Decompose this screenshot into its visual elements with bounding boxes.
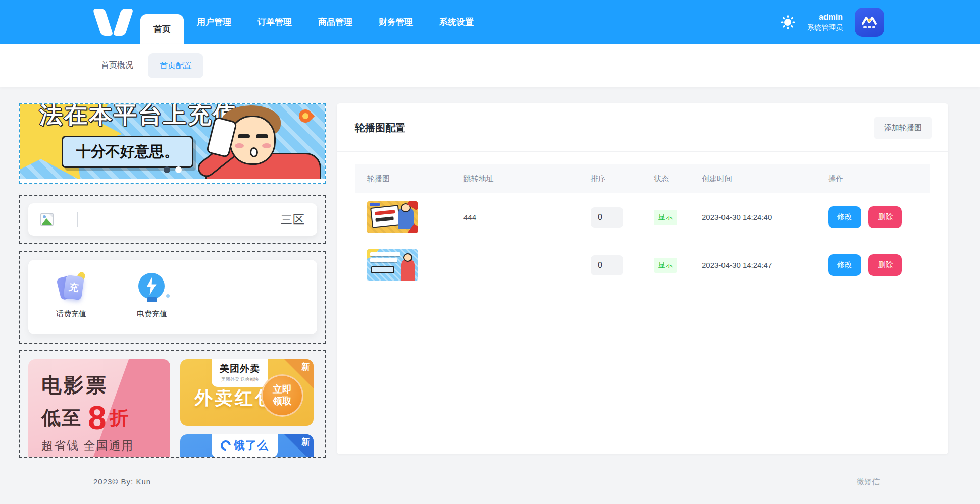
carousel-dots xyxy=(20,166,325,173)
delete-button[interactable]: 删除 xyxy=(868,254,902,276)
carousel-dot[interactable] xyxy=(175,166,182,173)
edit-button[interactable]: 修改 xyxy=(828,206,861,228)
movie-subtitle: 超省钱 全国通用 xyxy=(41,438,170,454)
delete-button[interactable]: 删除 xyxy=(868,206,902,228)
promo-meituan-card[interactable]: 新 美团外卖 美团外卖 送啥都快 外卖红包 立即 领取 xyxy=(180,359,314,426)
banner-headline: 法在本平台上充值 xyxy=(39,104,237,131)
carousel-thumbnail[interactable] xyxy=(367,201,418,233)
add-carousel-button[interactable]: 添加轮播图 xyxy=(874,117,932,139)
logo-shape xyxy=(113,9,134,36)
eleme-brand-tab: 饿了么 xyxy=(212,434,278,458)
subnav-home-overview[interactable]: 首页概况 xyxy=(101,60,133,71)
tab-settings[interactable]: 系统设置 xyxy=(439,16,474,28)
preview-icons-section[interactable]: 充 话费充值 电费充值 xyxy=(19,251,326,344)
tab-orders[interactable]: 订单管理 xyxy=(257,16,292,28)
quick-icon-label: 电费充值 xyxy=(137,309,167,319)
panel-title: 轮播图配置 xyxy=(355,121,405,135)
footer-copyright: 2023© By: Kun xyxy=(93,477,151,486)
carousel-thumbnail[interactable] xyxy=(367,249,418,281)
main-nav: 首页 用户管理 订单管理 商品管理 财务管理 系统设置 xyxy=(140,0,474,44)
electricity-recharge-icon xyxy=(137,272,167,303)
carousel-config-panel: 轮播图配置 添加轮播图 轮播图 跳转地址 排序 状态 创建时间 操作 444 xyxy=(337,103,948,454)
avatar[interactable] xyxy=(855,8,884,37)
quick-icon-label: 话费充值 xyxy=(56,309,86,319)
promo-eleme-card[interactable]: 新 饿了么 xyxy=(180,434,314,458)
username: admin xyxy=(807,12,843,23)
new-badge: 新 xyxy=(301,361,310,373)
tab-users[interactable]: 用户管理 xyxy=(197,16,231,28)
sub-navbar: 首页概况 首页配置 xyxy=(0,44,980,87)
carousel-dot-active[interactable] xyxy=(164,166,170,173)
user-role: 系统管理员 xyxy=(807,23,843,32)
tab-finance[interactable]: 财务管理 xyxy=(379,16,413,28)
subnav-home-config[interactable]: 首页配置 xyxy=(148,53,203,78)
col-header-actions: 操作 xyxy=(828,174,930,184)
sort-input[interactable] xyxy=(591,255,623,275)
created-time: 2023-04-30 14:24:47 xyxy=(702,261,828,269)
promo-grid: 电影票 低至 8 折 超省钱 全国通用 xyxy=(28,359,314,458)
phone-recharge-icon: 充 xyxy=(56,272,86,303)
avatar-logo-icon xyxy=(859,14,880,31)
app-root: 首页 用户管理 订单管理 商品管理 财务管理 系统设置 admin 系统管理员 xyxy=(0,0,980,504)
created-time: 2023-04-30 14:24:40 xyxy=(702,213,828,221)
claim-now-button[interactable]: 立即 领取 xyxy=(261,374,303,417)
preview-search-section[interactable]: 三区 xyxy=(19,195,326,244)
sort-input[interactable] xyxy=(591,207,623,228)
quick-icons-card: 充 话费充值 电费充值 xyxy=(28,260,317,334)
app-logo[interactable] xyxy=(94,9,137,36)
logo-shape xyxy=(92,9,114,36)
quick-icon-electricity-recharge[interactable]: 电费充值 xyxy=(124,272,180,334)
panel-header: 轮播图配置 添加轮播图 xyxy=(337,103,948,152)
tab-home[interactable]: 首页 xyxy=(140,14,184,44)
promo-right-column: 新 美团外卖 美团外卖 送啥都快 外卖红包 立即 领取 新 xyxy=(180,359,314,458)
banner-box-text: 十分不好意思。 xyxy=(62,136,193,168)
col-header-created: 创建时间 xyxy=(702,174,828,184)
carousel-banner-image[interactable]: 法在本平台上充值 十分不好意思。 xyxy=(20,104,325,179)
carousel-table: 轮播图 跳转地址 排序 状态 创建时间 操作 444 显示 2023-04-30… xyxy=(355,164,930,289)
col-header-url: 跳转地址 xyxy=(463,174,591,184)
edit-button[interactable]: 修改 xyxy=(828,254,861,276)
new-badge: 新 xyxy=(301,436,310,448)
flame-icon xyxy=(296,107,315,126)
movie-title: 电影票 xyxy=(41,371,170,399)
eleme-logo-icon xyxy=(219,438,233,453)
preview-banner-section[interactable]: 法在本平台上充值 十分不好意思。 xyxy=(19,103,326,184)
banner-character-face xyxy=(229,116,276,165)
mobile-preview-column: 法在本平台上充值 十分不好意思。 xyxy=(19,103,326,458)
tab-products[interactable]: 商品管理 xyxy=(318,16,352,28)
top-navbar: 首页 用户管理 订单管理 商品管理 财务管理 系统设置 admin 系统管理员 xyxy=(0,0,980,44)
status-badge: 显示 xyxy=(654,258,677,273)
user-info[interactable]: admin 系统管理员 xyxy=(807,12,843,32)
status-badge: 显示 xyxy=(654,210,677,225)
search-right-text: 三区 xyxy=(281,212,305,228)
table-row: 444 显示 2023-04-30 14:24:40 修改 删除 xyxy=(355,193,930,241)
theme-toggle-sun-icon[interactable] xyxy=(780,15,795,30)
col-header-image: 轮播图 xyxy=(367,174,463,184)
promo-movie-card[interactable]: 电影票 低至 8 折 超省钱 全国通用 xyxy=(28,359,170,458)
search-caret xyxy=(77,212,78,227)
quick-icon-phone-recharge[interactable]: 充 话费充值 xyxy=(43,272,99,334)
footer-brand[interactable]: 微短信 xyxy=(857,477,880,487)
preview-promos-section[interactable]: 电影票 低至 8 折 超省钱 全国通用 xyxy=(19,350,326,458)
col-header-status: 状态 xyxy=(654,174,702,184)
search-bar[interactable]: 三区 xyxy=(28,203,317,236)
navbar-right: admin 系统管理员 xyxy=(780,0,884,44)
movie-discount-line: 低至 8 折 xyxy=(41,403,170,433)
jump-url: 444 xyxy=(463,213,591,221)
broken-image-icon xyxy=(40,213,54,226)
table-row: 显示 2023-04-30 14:24:47 修改 删除 xyxy=(355,241,930,289)
meituan-brand-tab: 美团外卖 美团外卖 送啥都快 xyxy=(212,359,268,387)
col-header-sort: 排序 xyxy=(591,174,654,184)
table-header-row: 轮播图 跳转地址 排序 状态 创建时间 操作 xyxy=(355,164,930,193)
